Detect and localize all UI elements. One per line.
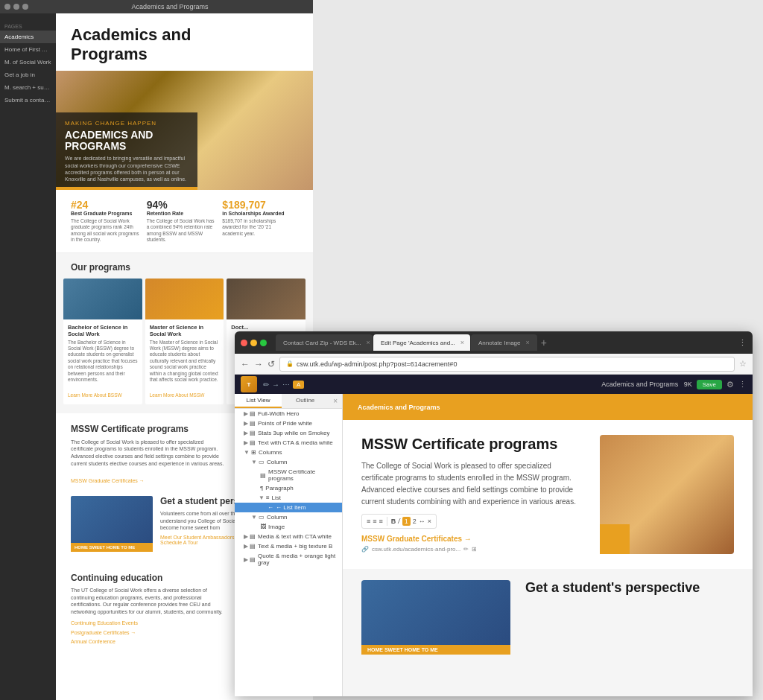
url-edit-icon[interactable]: ✏ [463, 546, 469, 553]
browser-menu-icon[interactable]: ⋮ [738, 338, 747, 348]
sidebar-item-search[interactable]: M. search + support [0, 81, 56, 94]
tree-item-list-item[interactable]: ← ← List Item [235, 503, 342, 512]
lock-icon: 🔒 [286, 360, 294, 367]
structure-close-button[interactable]: × [329, 394, 342, 408]
outline-tab[interactable]: Outline [282, 394, 329, 408]
tree-item-media-text[interactable]: ▶ ▤ Media & text with CTA white [235, 532, 342, 541]
mssw-link-container: MSSW Graduate Certificates → [361, 535, 585, 543]
reload-button[interactable]: ↺ [267, 359, 275, 369]
page-header-nav-item[interactable]: Academics and Programs [358, 404, 440, 411]
browser-tab-edit[interactable]: Edit Page 'Academics and... × [373, 334, 470, 351]
tree-item-paragraph[interactable]: ¶ Paragraph [235, 483, 342, 493]
page-header-orange: Academics and Programs [343, 394, 753, 420]
cms-logo: T [241, 376, 257, 392]
back-button[interactable]: ← [241, 359, 250, 369]
forward-button[interactable]: → [254, 359, 263, 369]
window-dot-3 [22, 4, 28, 10]
browser-tab-annotate[interactable]: Annotate Image × [471, 334, 537, 351]
new-tab-button[interactable]: + [541, 337, 547, 349]
browser-chrome: Contact Card Zip - WDS Ek... × Edit Page… [235, 331, 753, 354]
inline-btn-list2[interactable]: ≡ [373, 518, 376, 525]
program-link-mssw[interactable]: Learn More About MSSW [150, 392, 205, 398]
inline-edit-toolbar: ≡ ≡ ≡ B / 1 2 ↔ × [361, 514, 437, 529]
url-copy-icon[interactable]: ⊞ [472, 546, 477, 553]
mssw-title: MSSW Certificate programs [71, 424, 227, 434]
sidebar-item-academics[interactable]: Academics [0, 31, 56, 43]
inline-btn-bold[interactable]: B [391, 518, 396, 525]
cms-settings-icon[interactable]: ⚙ [726, 380, 734, 389]
stat-label-3: in Scholarships Awarded [222, 211, 291, 216]
inline-btn-close[interactable]: × [428, 518, 431, 525]
browser-dot-red[interactable] [241, 340, 247, 346]
sidebar-item-contact[interactable]: Submit a contact at staff [0, 94, 56, 106]
inline-btn-italic[interactable]: / [398, 518, 400, 525]
structure-panel: List View Outline × ▶ ▤ Full-Width Hero … [235, 394, 343, 696]
browser-content-area: List View Outline × ▶ ▤ Full-Width Hero … [235, 394, 753, 696]
hero-orange-bar [56, 187, 197, 190]
list-view-tab[interactable]: List View [235, 394, 282, 408]
mssw-browser-link[interactable]: MSSW Graduate Certificates → [361, 535, 472, 543]
student-browser-title: Get a student's perspective [525, 580, 700, 596]
program-link-bssw[interactable]: Learn More About BSSW [68, 392, 122, 398]
mssw-desc: The College of Social Work is pleased to… [71, 439, 227, 468]
browser-tab-contact[interactable]: Contact Card Zip - WDS Ek... × [276, 334, 373, 351]
tree-item-full-width-hero[interactable]: ▶ ▤ Full-Width Hero [235, 409, 342, 419]
browser-window: Contact Card Zip - WDS Ek... × Edit Page… [235, 331, 753, 696]
cms-save-button[interactable]: Save [697, 380, 722, 389]
cms-more-icon[interactable]: ⋯ [282, 381, 290, 389]
mssw-link[interactable]: MSSW Graduate Certificates → [71, 478, 145, 483]
mssw-browser-url: 🔗 csw.utk.edu/academics-and-pro... ✏ ⊞ [361, 546, 585, 553]
program-img-mssw [145, 279, 224, 319]
tree-item-column-2[interactable]: ▼ ▭ Column [235, 512, 342, 522]
stat-item-3: $189,707 in Scholarships Awarded $189,70… [222, 199, 298, 244]
cms-arrow-icon[interactable]: → [272, 381, 279, 389]
tree-item-text-media-big[interactable]: ▶ ▤ Text & media + big texture B [235, 541, 342, 551]
tab-close-edit[interactable]: × [460, 339, 464, 346]
tree-item-stats[interactable]: ▶ ▤ Stats 3up while on Smokey [235, 428, 342, 438]
browser-addressbar: ← → ↺ 🔒 csw.utk.edu/wp-admin/post.php?po… [235, 354, 753, 375]
sidebar-item-home-arts[interactable]: Home of First Arts [0, 43, 56, 56]
cms-more-options-icon[interactable]: ⋮ [738, 380, 747, 389]
tree-item-list[interactable]: ▼ ≡ List [235, 493, 342, 503]
inline-btn-link[interactable]: ↔ [419, 518, 425, 525]
app-window-title: Academics and Programs [31, 3, 308, 10]
tree-item-quote-media[interactable]: ▶ ▤ Quote & media + orange light gray [235, 551, 342, 567]
hero-title: ACADEMICS AND PROGRAMS [65, 130, 189, 153]
sidebar-item-get-job[interactable]: Get a job in [0, 69, 56, 81]
cms-edit-icon[interactable]: ✏ [263, 381, 269, 389]
student-browser-image: HOME SWEET HOME TO ME [361, 580, 510, 655]
page-title-area: Academics and Programs [56, 13, 313, 71]
inline-btn-list3[interactable]: ≡ [379, 518, 383, 525]
tree-item-columns[interactable]: ▼ ⊞ Columns [235, 448, 342, 457]
inline-btn-1[interactable]: 1 [402, 517, 411, 526]
tree-item-text-cta[interactable]: ▶ ▤ Text with CTA & media white [235, 438, 342, 448]
url-link-icon: 🔗 [361, 546, 369, 553]
cms-toolbar-right: Academics and Programs 9K Save ⚙ ⋮ [601, 380, 747, 389]
tree-item-image[interactable]: 🖼 Image [235, 522, 342, 532]
continuing-link-2[interactable]: Postgraduate Certificates → [71, 629, 227, 638]
tab-close-annotate[interactable]: × [525, 339, 529, 346]
inline-btn-list1[interactable]: ≡ [367, 518, 370, 525]
tab-close-contact[interactable]: × [366, 339, 370, 346]
url-bar[interactable]: 🔒 csw.utk.edu/wp-admin/post.php?post=614… [279, 357, 735, 372]
browser-dot-yellow[interactable] [250, 340, 257, 346]
program-img-bssw [63, 279, 142, 319]
program-card-mssw: Master of Science in Social Work The Mas… [145, 279, 224, 404]
inline-btn-2[interactable]: 2 [413, 518, 417, 525]
tree-item-points-pride[interactable]: ▶ ▤ Points of Pride white [235, 419, 342, 428]
program-img-doc [227, 279, 305, 319]
sidebar-item-social-work[interactable]: M. of Social Work [0, 56, 56, 69]
cms-active-tool[interactable]: A [293, 381, 304, 389]
continuing-title: Continuing education [71, 573, 227, 583]
program-body-mssw: Master of Science in Social Work The Mas… [145, 319, 224, 404]
continuing-link-3[interactable]: Annual Conference [71, 637, 227, 647]
bookmark-icon[interactable]: ☆ [739, 359, 747, 369]
browser-dot-green[interactable] [260, 340, 267, 346]
program-body-bssw: Bachelor of Science in Social Work The B… [63, 319, 142, 404]
continuing-link-1[interactable]: Continuing Education Events [71, 619, 227, 629]
mssw-content: MSSW Certificate programs The College of… [71, 424, 227, 486]
sidebar-nav: PAGES Academics Home of First Arts M. of… [0, 13, 56, 700]
tree-item-mssw-cert[interactable]: ▤ MSSW Certificate programs [235, 467, 342, 483]
tree-item-column-1[interactable]: ▼ ▭ Column [235, 457, 342, 467]
mssw-browser-content: MSSW Certificate programs The College of… [361, 435, 585, 553]
